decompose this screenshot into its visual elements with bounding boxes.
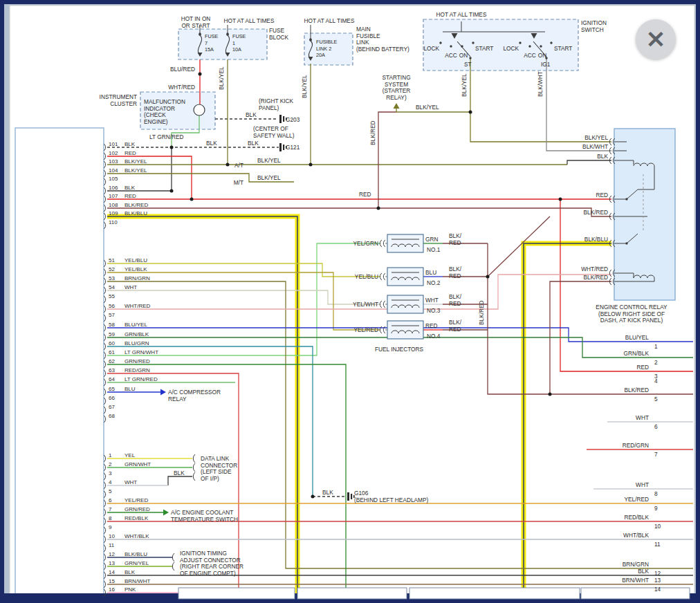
pin-wire-label-106: BLK bbox=[125, 185, 136, 191]
blk-red-rot-2: BLK/RED bbox=[478, 300, 485, 325]
injector-body bbox=[387, 234, 423, 252]
right-wire-label-8: WHT bbox=[636, 481, 649, 488]
pin-number-101: 101 bbox=[109, 141, 118, 147]
blk-g121-a: BLK bbox=[206, 140, 217, 147]
injector-body bbox=[387, 321, 423, 339]
pin-wire-label-4: WHT bbox=[125, 479, 137, 485]
blk-yel-rot-1: BLK/YEL bbox=[218, 66, 225, 90]
junction-dot bbox=[170, 146, 174, 149]
injector-2-number: NO.2 bbox=[427, 279, 441, 286]
junction-dot bbox=[311, 495, 315, 499]
wiring-diagram-canvas: FUSE715AFUSE110AFUSIBLELINK 220AYEL/GRNG… bbox=[0, 0, 700, 603]
pin-number-103: 103 bbox=[109, 158, 118, 165]
pin-number-59: 59 bbox=[109, 331, 115, 337]
ign-st: ST bbox=[464, 61, 472, 68]
blk-wht-rot: BLK/WHT bbox=[537, 71, 544, 97]
junction-dot bbox=[469, 111, 472, 114]
pin-wire-label-54: WHT bbox=[125, 284, 137, 290]
junction-dot bbox=[550, 41, 552, 44]
close-button[interactable]: ✕ bbox=[636, 19, 676, 59]
g203-symbol bbox=[283, 116, 284, 122]
indicator-bulb bbox=[194, 104, 205, 115]
relay-input-label-2: BLK/WHT bbox=[582, 143, 608, 150]
starting-system: STARTINGSYSTEM(STARTERRELAY) bbox=[382, 74, 410, 101]
pin-wire-label-108: BLK/RED bbox=[125, 202, 148, 208]
blk-g121-b: BLK bbox=[248, 140, 259, 147]
ign-on-1: ON bbox=[459, 52, 468, 59]
pin-wire-label-12: BLK/BLU bbox=[125, 551, 147, 557]
hot-at-all-times-2: HOT AT ALL TIMES bbox=[304, 17, 355, 24]
ecm-connector-box bbox=[15, 128, 104, 595]
right-wire-label-12: BRN/GRN bbox=[623, 561, 649, 568]
engine-control-relay: ENGINE CONTROL RELAY(BELOW RIGHT SIDE OF… bbox=[596, 304, 667, 324]
pin-wire-label-104: BLK/YEL bbox=[125, 167, 147, 174]
bottom-partial-box bbox=[178, 588, 295, 599]
pin-number-106: 106 bbox=[109, 185, 118, 191]
right-wire-label-1: BLU/YEL bbox=[625, 334, 650, 341]
pin-number-62: 62 bbox=[109, 358, 115, 364]
junction-dot bbox=[559, 198, 562, 201]
pin-number-12: 12 bbox=[109, 551, 115, 557]
junction-dot bbox=[461, 45, 463, 47]
injector-4-common-wire: BLK/RED bbox=[449, 319, 462, 333]
junction-dot bbox=[472, 41, 474, 44]
right-wire-label-14: BRN/WHT bbox=[622, 577, 649, 584]
pin-number-54: 54 bbox=[109, 284, 115, 290]
pin-wire-label-58: BLU/YEL bbox=[125, 322, 147, 328]
pin-wire-label-59: GRN/BLK bbox=[125, 331, 149, 337]
pin-number-57: 57 bbox=[109, 312, 115, 318]
pin-number-9: 9 bbox=[109, 524, 112, 530]
g121-symbol bbox=[283, 145, 284, 150]
blk-g106: BLK bbox=[322, 489, 333, 496]
injector-4-right-wire: RED bbox=[425, 322, 438, 329]
pin-number-7: 7 bbox=[109, 506, 112, 512]
bottom-partial-box bbox=[297, 588, 407, 599]
right-pin-number-13: 13 bbox=[654, 577, 661, 584]
injector-1-right-wire: GRN bbox=[425, 236, 438, 243]
pin-wire-label-62: GRN/RED bbox=[125, 358, 150, 364]
fuel-injectors-caption: FUEL INJECTORS bbox=[375, 346, 424, 353]
relay-input-label-8: BLK/RED bbox=[583, 274, 608, 281]
pin-wire-label-14: BLK bbox=[125, 569, 136, 575]
fuse-block-box bbox=[178, 29, 267, 59]
pin-number-58: 58 bbox=[109, 322, 115, 328]
g203-label: G203 bbox=[286, 116, 300, 123]
pin-number-105: 105 bbox=[109, 176, 118, 182]
pin-number-3: 3 bbox=[109, 470, 112, 476]
pin-wire-label-107: RED bbox=[125, 193, 136, 199]
g203-symbol bbox=[279, 115, 282, 123]
blk-g203: BLK bbox=[246, 111, 257, 118]
m-t: M/T bbox=[234, 179, 243, 186]
injector-1-left-wire: YEL/GRN bbox=[353, 240, 378, 247]
injector-1-common-wire: BLK/RED bbox=[449, 232, 462, 246]
pin-wire-label-64: LT GRN/RED bbox=[125, 376, 158, 382]
pin-number-15: 15 bbox=[109, 578, 115, 584]
ign-acc-1: ACC bbox=[445, 52, 457, 59]
ign-ig1: IG1 bbox=[541, 61, 551, 68]
right-wire-label-11: WHT/BLK bbox=[623, 532, 649, 539]
pin-wire-label-109: BLK/BLU bbox=[125, 210, 147, 216]
junction-dot bbox=[226, 33, 228, 35]
relay-input-label-3: BLK bbox=[597, 153, 608, 160]
hot-at-all-times-1: HOT AT ALL TIMES bbox=[224, 17, 275, 24]
right-pin-number-10: 10 bbox=[654, 523, 661, 530]
g121-label: G121 bbox=[286, 144, 300, 151]
relay-input-label-7: WHT/RED bbox=[581, 266, 608, 272]
blk-yel-rot-2: BLK/YEL bbox=[301, 75, 308, 98]
pin-number-65: 65 bbox=[109, 386, 115, 392]
pin-wire-label-7: GRN/RED bbox=[125, 506, 150, 512]
pin-wire-label-52: YEL/BLK bbox=[125, 266, 147, 272]
junction-dot bbox=[450, 45, 452, 47]
hot-in-on-or-start: HOT IN ONOR START bbox=[181, 15, 211, 29]
right-pin-number-12: 12 bbox=[654, 570, 661, 577]
right-wire-label-13: BLK bbox=[638, 568, 649, 575]
pin-wire-label-2: GRN/WHT bbox=[125, 461, 151, 467]
pin-number-4: 4 bbox=[109, 479, 112, 485]
close-icon: ✕ bbox=[646, 28, 666, 51]
blk-red-rot-1: BLK/RED bbox=[369, 120, 376, 145]
injector-body bbox=[387, 268, 423, 286]
junction-dot bbox=[199, 33, 201, 35]
g106-symbol bbox=[351, 494, 352, 499]
pin-number-61: 61 bbox=[109, 349, 115, 355]
pin-wire-label-101: BLK bbox=[125, 141, 136, 147]
